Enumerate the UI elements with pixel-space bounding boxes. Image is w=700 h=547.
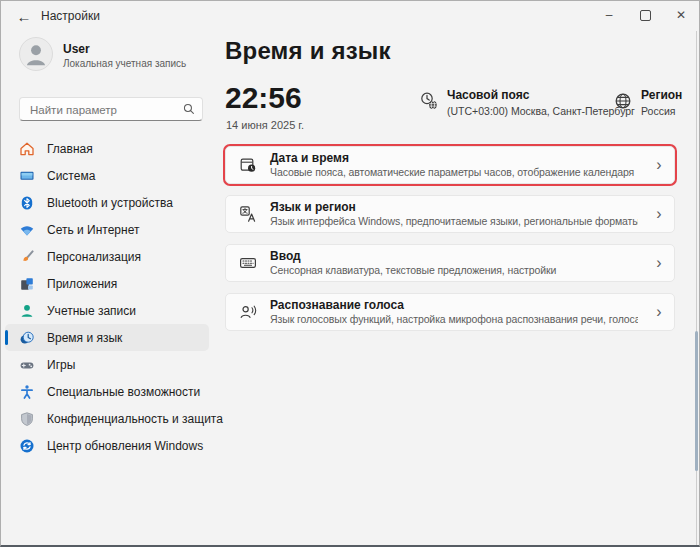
avatar — [19, 37, 53, 71]
games-icon — [19, 357, 35, 373]
titlebar: ← Настройки – ✕ — [1, 1, 699, 31]
card-title: Ввод — [270, 249, 638, 263]
maximize-icon — [640, 10, 651, 21]
chevron-right-icon: › — [644, 195, 674, 233]
sidebar-item-apps[interactable]: Приложения — [5, 270, 209, 297]
card-subtitle: Язык голосовых функций, настройка микроф… — [270, 313, 638, 326]
card-language-region[interactable]: Язык и регион Язык интерфейса Windows, п… — [225, 195, 675, 233]
close-icon: ✕ — [676, 8, 686, 22]
sidebar-item-windows-update[interactable]: Центр обновления Windows — [5, 432, 209, 459]
close-button[interactable]: ✕ — [663, 1, 699, 29]
chevron-right-icon: › — [644, 244, 674, 282]
timezone-label: Часовой пояс — [447, 88, 529, 102]
date-time-icon — [226, 156, 270, 174]
clock-date: 14 июня 2025 г. — [226, 119, 304, 131]
language-region-icon — [226, 205, 270, 223]
sidebar-item-time-language[interactable]: Время и язык — [5, 324, 209, 351]
region-label: Регион — [641, 88, 682, 102]
network-icon — [19, 222, 35, 238]
search-icon[interactable] — [182, 102, 196, 116]
globe-icon — [613, 91, 633, 111]
user-account-type: Локальная учетная запись — [63, 58, 186, 69]
sidebar: User Локальная учетная запись Главная Си… — [1, 31, 213, 547]
chevron-right-icon: › — [644, 293, 674, 331]
clock-time: 22:56 — [225, 81, 302, 115]
card-title: Язык и регион — [270, 200, 638, 214]
scrollbar-thumb[interactable] — [695, 331, 698, 471]
settings-window: ← Настройки – ✕ User Локальная учетная з… — [0, 0, 700, 547]
sidebar-item-privacy[interactable]: Конфиденциальность и защита — [5, 405, 209, 432]
sidebar-item-system[interactable]: Система — [5, 162, 209, 189]
sidebar-item-accounts[interactable]: Учетные записи — [5, 297, 209, 324]
page-title: Время и язык — [225, 37, 391, 65]
bluetooth-icon — [19, 195, 35, 211]
timezone-value: (UTC+03:00) Москва, Санкт-Петербург — [447, 105, 635, 117]
sidebar-item-personalization[interactable]: Персонализация — [5, 243, 209, 270]
maximize-button[interactable] — [627, 1, 663, 29]
sidebar-item-home[interactable]: Главная — [5, 135, 209, 162]
accessibility-icon — [19, 384, 35, 400]
selected-indicator — [5, 330, 8, 345]
card-title: Распознавание голоса — [270, 298, 638, 312]
timezone-icon — [419, 91, 439, 111]
back-icon: ← — [17, 8, 32, 25]
card-subtitle: Часовые пояса, автоматические параметры … — [270, 166, 638, 179]
card-title: Дата и время — [270, 151, 638, 165]
back-button[interactable]: ← — [11, 4, 37, 28]
sidebar-item-gaming[interactable]: Игры — [5, 351, 209, 378]
search-box — [19, 97, 203, 121]
user-profile[interactable]: User Локальная учетная запись — [17, 35, 207, 77]
card-subtitle: Сенсорная клавиатура, текстовые предложе… — [270, 264, 638, 277]
user-name: User — [63, 42, 90, 56]
card-speech[interactable]: Распознавание голоса Язык голосовых функ… — [225, 293, 675, 331]
minimize-icon: – — [606, 8, 613, 22]
sidebar-item-accessibility[interactable]: Специальные возможности — [5, 378, 209, 405]
sidebar-item-bluetooth[interactable]: Bluetooth и устройства — [5, 189, 209, 216]
apps-icon — [19, 276, 35, 292]
card-date-time[interactable]: Дата и время Часовые пояса, автоматическ… — [225, 146, 675, 184]
accounts-icon — [19, 303, 35, 319]
chevron-right-icon: › — [644, 146, 674, 184]
card-typing[interactable]: Ввод Сенсорная клавиатура, текстовые пре… — [225, 244, 675, 282]
card-subtitle: Язык интерфейса Windows, предпочитаемые … — [270, 215, 638, 228]
personalization-icon — [19, 249, 35, 265]
home-icon — [19, 141, 35, 157]
sidebar-item-network[interactable]: Сеть и Интернет — [5, 216, 209, 243]
minimize-button[interactable]: – — [591, 1, 627, 29]
time-language-icon — [19, 330, 35, 346]
window-controls: – ✕ — [591, 1, 699, 29]
app-title: Настройки — [41, 1, 100, 31]
windows-update-icon — [19, 438, 35, 454]
search-input[interactable] — [28, 99, 177, 121]
system-icon — [19, 168, 35, 184]
privacy-icon — [19, 411, 35, 427]
region-value: Россия — [641, 105, 675, 117]
speech-icon — [226, 303, 270, 321]
keyboard-icon — [226, 254, 270, 272]
main-content: Время и язык 22:56 14 июня 2025 г. Часов… — [213, 31, 700, 547]
settings-cards: Дата и время Часовые пояса, автоматическ… — [225, 146, 675, 342]
sidebar-nav: Главная Система Bluetooth и устройства С… — [5, 135, 209, 459]
